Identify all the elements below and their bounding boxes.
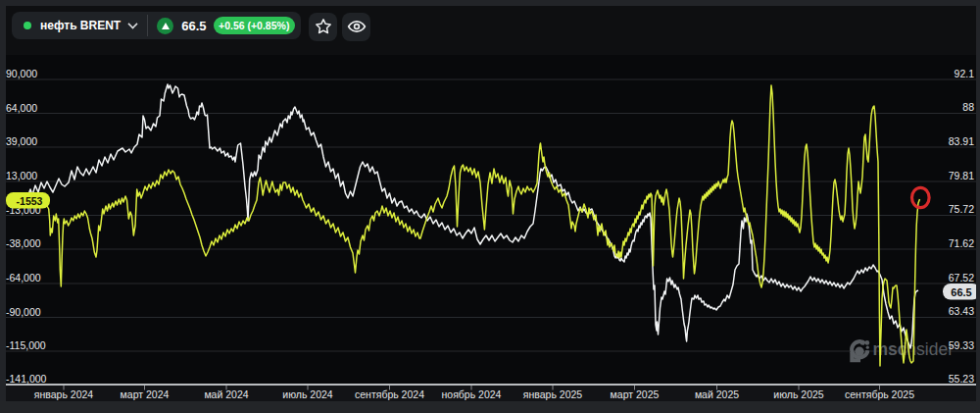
svg-text:59.33: 59.33 bbox=[949, 339, 974, 351]
svg-text:90,000: 90,000 bbox=[6, 68, 37, 79]
svg-text:75.72: 75.72 bbox=[949, 203, 974, 215]
svg-text:июль 2024: июль 2024 bbox=[282, 388, 333, 400]
svg-text:июль 2025: июль 2025 bbox=[773, 388, 824, 400]
svg-text:сентябрь 2025: сентябрь 2025 bbox=[845, 388, 914, 400]
svg-text:май 2024: май 2024 bbox=[204, 388, 248, 400]
svg-text:92.1: 92.1 bbox=[955, 68, 975, 79]
svg-text:-90,000: -90,000 bbox=[6, 306, 41, 318]
svg-text:март 2025: март 2025 bbox=[611, 388, 660, 400]
svg-text:79.81: 79.81 bbox=[949, 170, 974, 181]
svg-text:-1553: -1553 bbox=[17, 195, 43, 207]
svg-text:январь 2025: январь 2025 bbox=[523, 388, 583, 400]
svg-text:-115,000: -115,000 bbox=[6, 339, 46, 351]
svg-text:январь 2024: январь 2024 bbox=[34, 388, 94, 400]
svg-text:39,000: 39,000 bbox=[6, 135, 37, 147]
svg-text:март 2024: март 2024 bbox=[121, 388, 170, 400]
svg-text:май 2025: май 2025 bbox=[695, 388, 739, 400]
svg-text:88: 88 bbox=[962, 101, 974, 113]
svg-text:сентябрь 2024: сентябрь 2024 bbox=[355, 388, 424, 400]
svg-text:-141,000: -141,000 bbox=[6, 373, 47, 385]
svg-text:64,000: 64,000 bbox=[6, 102, 37, 114]
svg-text:67.52: 67.52 bbox=[949, 272, 974, 284]
svg-text:13,000: 13,000 bbox=[6, 170, 37, 181]
svg-text:ноябрь 2024: ноябрь 2024 bbox=[442, 388, 502, 400]
svg-text:83.91: 83.91 bbox=[949, 135, 974, 147]
svg-text:-64,000: -64,000 bbox=[6, 272, 41, 284]
svg-text:-38,000: -38,000 bbox=[6, 237, 41, 249]
svg-text:55.23: 55.23 bbox=[949, 373, 974, 385]
svg-text:insider: insider bbox=[904, 339, 955, 359]
svg-text:71.62: 71.62 bbox=[949, 237, 974, 249]
svg-text:66.5: 66.5 bbox=[951, 286, 971, 298]
svg-text:63.43: 63.43 bbox=[949, 305, 974, 317]
